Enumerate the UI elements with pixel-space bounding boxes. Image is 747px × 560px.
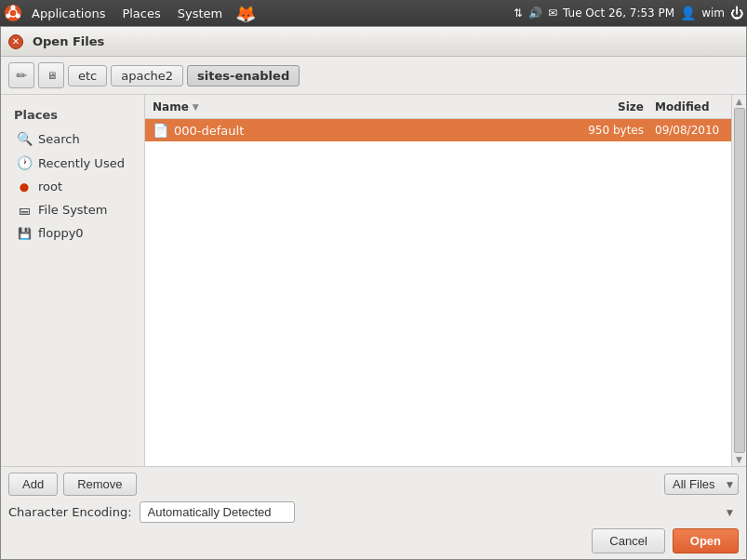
file-row-000-default[interactable]: 📄 000-default 950 bytes 09/08/2010 (145, 119, 731, 141)
sidebar-item-filesystem[interactable]: 🖴 File System (5, 199, 140, 220)
file-icon: 📄 (153, 123, 168, 138)
sidebar-places-header: Places (5, 102, 140, 126)
filelist-area: Name ▼ Size Modified 📄 000-default (145, 95, 731, 466)
sidebar-item-floppy[interactable]: 💾 floppy0 (5, 222, 140, 244)
remove-button[interactable]: Remove (63, 473, 136, 496)
sidebar: Places 🔍 Search 🕐 Recently Used ● root 🖴… (1, 95, 145, 466)
menu-system[interactable]: System (170, 5, 230, 22)
menubar: Applications Places System 🦊 ⇅ 🔊 ✉ Tue O… (0, 0, 747, 26)
file-modified: 09/08/2010 (655, 124, 719, 137)
content-area: Places 🔍 Search 🕐 Recently Used ● root 🖴… (1, 95, 746, 466)
root-icon: ● (16, 180, 33, 193)
breadcrumb-apache2[interactable]: apache2 (111, 65, 183, 87)
window-title: Open Files (33, 34, 104, 48)
username: wim (701, 7, 725, 20)
edit-button[interactable]: ✏ (8, 62, 34, 88)
bottom-area: Add Remove All Files Character Encoding:… (1, 466, 746, 559)
recently-used-icon: 🕐 (16, 155, 33, 170)
volume-icon: 🔊 (528, 7, 542, 20)
firefox-icon: 🦊 (235, 4, 256, 23)
menu-applications[interactable]: Applications (24, 5, 113, 22)
column-modified[interactable]: Modified (647, 100, 731, 113)
toolbar: ✏ 🖥 etc apache2 sites-enabled (1, 57, 746, 95)
computer-button[interactable]: 🖥 (38, 62, 64, 88)
filter-wrapper: All Files (664, 473, 739, 495)
places-label: Places (14, 108, 58, 122)
sidebar-recently-used-label: Recently Used (38, 156, 125, 170)
breadcrumb-etc[interactable]: etc (68, 65, 107, 87)
edit-icon: ✏ (16, 68, 27, 83)
scroll-down-arrow[interactable]: ▼ (736, 455, 742, 464)
encoding-wrapper: Automatically Detected (140, 501, 739, 523)
sidebar-root-label: root (38, 180, 62, 193)
filter-select[interactable]: All Files (664, 473, 739, 495)
cancel-button[interactable]: Cancel (592, 528, 664, 553)
network-icon: ⇅ (514, 7, 523, 20)
sidebar-item-recently-used[interactable]: 🕐 Recently Used (5, 152, 140, 174)
add-button[interactable]: Add (8, 473, 58, 496)
mail-icon: ✉ (548, 7, 557, 20)
sidebar-search-label: Search (38, 132, 80, 146)
file-name-cell: 📄 000-default (145, 123, 573, 138)
power-icon[interactable]: ⏻ (730, 6, 743, 20)
computer-icon: 🖥 (47, 70, 57, 82)
sort-icon: ▼ (193, 102, 199, 112)
bottom-row3: Cancel Open (8, 528, 739, 553)
user-icon: 👤 (680, 6, 696, 20)
breadcrumb-sites-enabled[interactable]: sites-enabled (187, 65, 300, 87)
filelist-scroll[interactable]: 📄 000-default 950 bytes 09/08/2010 (145, 119, 731, 466)
floppy-icon: 💾 (16, 227, 33, 240)
filelist-header: Name ▼ Size Modified (145, 95, 731, 119)
encoding-select[interactable]: Automatically Detected (140, 501, 295, 523)
menu-places[interactable]: Places (114, 5, 167, 22)
bottom-row2: Character Encoding: Automatically Detect… (8, 501, 739, 523)
column-name[interactable]: Name ▼ (145, 100, 573, 113)
encoding-label: Character Encoding: (8, 505, 132, 519)
column-size[interactable]: Size (573, 100, 647, 113)
bottom-row1: Add Remove All Files (8, 473, 739, 496)
sidebar-filesystem-label: File System (38, 203, 107, 217)
vertical-scrollbar[interactable]: ▲ ▼ (731, 95, 746, 466)
scroll-thumb[interactable] (734, 108, 745, 453)
close-button[interactable]: ✕ (8, 34, 23, 49)
titlebar: ✕ Open Files (1, 27, 746, 57)
file-size-cell: 950 bytes (573, 124, 647, 137)
filesystem-icon: 🖴 (16, 204, 33, 217)
sidebar-item-search[interactable]: 🔍 Search (5, 127, 140, 150)
open-files-window: ✕ Open Files ✏ 🖥 etc apache2 sites-enabl… (0, 26, 747, 560)
file-size: 950 bytes (588, 124, 644, 137)
search-icon: 🔍 (16, 131, 33, 146)
file-name: 000-default (174, 124, 244, 138)
ubuntu-logo-icon (4, 4, 22, 22)
open-button[interactable]: Open (673, 528, 739, 553)
menubar-left: Applications Places System 🦊 (4, 4, 514, 23)
sidebar-floppy-label: floppy0 (38, 226, 84, 240)
menubar-right: ⇅ 🔊 ✉ Tue Oct 26, 7:53 PM 👤 wim ⏻ (514, 6, 743, 20)
clock: Tue Oct 26, 7:53 PM (563, 7, 674, 20)
file-modified-cell: 09/08/2010 (647, 124, 731, 137)
scroll-up-arrow[interactable]: ▲ (736, 97, 742, 106)
sidebar-item-root[interactable]: ● root (5, 176, 140, 197)
